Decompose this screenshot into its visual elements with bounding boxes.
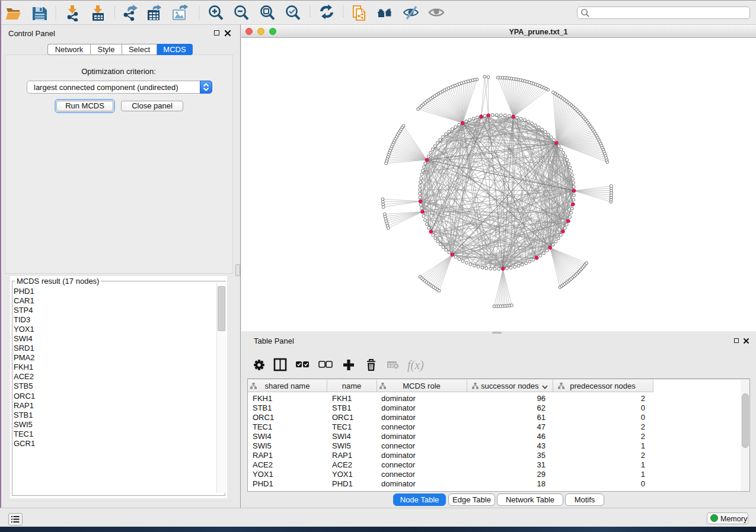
svg-text:f(x): f(x) — [407, 358, 424, 372]
